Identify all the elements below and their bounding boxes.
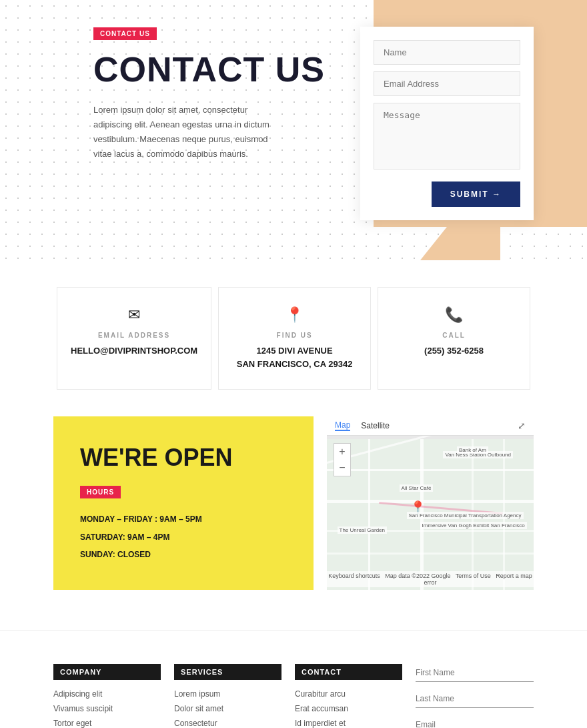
contact-form-container: SUBMIT → bbox=[360, 27, 534, 220]
footer-company-col: COMPANY Adipiscing elit Vivamus suscipit… bbox=[53, 664, 161, 728]
phone-card: 📞 CALL (255) 352-6258 bbox=[378, 287, 530, 390]
map-expand-icon[interactable]: ⤢ bbox=[518, 420, 526, 431]
footer-link[interactable]: Adipiscing elit bbox=[53, 689, 161, 699]
hours-item-saturday: SATURDAY: 9AM – 4PM bbox=[80, 528, 287, 546]
hours-card: WE'RE OPEN HOURS MONDAY – FRIDAY : 9AM –… bbox=[53, 416, 314, 590]
subscribe-lastname[interactable] bbox=[416, 690, 534, 708]
contact-form: SUBMIT → bbox=[360, 27, 534, 220]
map-inner: Map Satellite ⤢ 📍 Van Ness bbox=[327, 416, 534, 590]
hours-item-weekday: MONDAY – FRIDAY : 9AM – 5PM bbox=[80, 510, 287, 528]
footer-link[interactable]: Dolor sit amet bbox=[174, 704, 281, 713]
hours-map-section: WE'RE OPEN HOURS MONDAY – FRIDAY : 9AM –… bbox=[0, 416, 587, 630]
footer-link[interactable]: Curabitur arcu bbox=[295, 689, 402, 699]
footer-link[interactable]: Erat accumsan bbox=[295, 704, 402, 713]
phone-label: CALL bbox=[392, 332, 516, 339]
address-label: FIND US bbox=[232, 332, 357, 339]
submit-button[interactable]: SUBMIT → bbox=[432, 181, 520, 207]
zoom-in-button[interactable]: + bbox=[334, 444, 350, 460]
location-icon: 📍 bbox=[232, 306, 357, 324]
hours-list: MONDAY – FRIDAY : 9AM – 5PM SATURDAY: 9A… bbox=[80, 510, 287, 563]
hero-section: CONTACT US CONTACT US Lorem ipsum dolor … bbox=[0, 0, 587, 260]
hero-title: CONTACT US bbox=[93, 49, 334, 89]
footer-services-col: SERVICES Lorem ipsum Dolor sit amet Cons… bbox=[174, 664, 281, 728]
email-input[interactable] bbox=[374, 71, 520, 96]
footer-link[interactable]: Tortor eget bbox=[53, 719, 161, 728]
map-toolbar: Map Satellite ⤢ bbox=[327, 416, 534, 436]
subscribe-email[interactable] bbox=[416, 716, 534, 728]
map-credit: Keyboard shortcuts Map data ©2022 Google… bbox=[327, 571, 534, 587]
message-input[interactable] bbox=[374, 103, 520, 169]
map-tab-satellite[interactable]: Satellite bbox=[361, 421, 390, 430]
name-input[interactable] bbox=[374, 40, 520, 65]
hero-left: CONTACT US CONTACT US Lorem ipsum dolor … bbox=[93, 27, 360, 220]
hours-title: WE'RE OPEN bbox=[80, 443, 287, 472]
address-value: 1245 DIVI AVENUESAN FRANCISCO, CA 29342 bbox=[232, 344, 357, 370]
map-container[interactable]: Map Satellite ⤢ 📍 Van Ness bbox=[327, 416, 534, 590]
phone-icon: 📞 bbox=[392, 306, 516, 324]
contact-header: CONTACT bbox=[295, 664, 402, 680]
zoom-out-button[interactable]: − bbox=[334, 460, 350, 476]
footer-grid: COMPANY Adipiscing elit Vivamus suscipit… bbox=[53, 664, 534, 728]
phone-value: (255) 352-6258 bbox=[392, 344, 516, 358]
email-icon: ✉ bbox=[71, 306, 197, 324]
map-tab-map[interactable]: Map bbox=[335, 420, 350, 431]
footer-subscribe-col: SUBSCRIBE bbox=[416, 664, 534, 728]
map-zoom-controls: + − bbox=[334, 443, 351, 476]
map-roads: 📍 Van Ness Station Outbound Bank of Am S… bbox=[327, 439, 534, 590]
contact-info-section: ✉ EMAIL ADDRESS HELLO@DIVIPRINTSHOP.COM … bbox=[0, 260, 587, 416]
address-card: 📍 FIND US 1245 DIVI AVENUESAN FRANCISCO,… bbox=[218, 287, 371, 390]
hours-badge: HOURS bbox=[80, 486, 121, 498]
email-label: EMAIL ADDRESS bbox=[71, 332, 197, 339]
footer-link[interactable]: Consectetur bbox=[174, 719, 281, 728]
footer-section: COMPANY Adipiscing elit Vivamus suscipit… bbox=[0, 630, 587, 728]
footer-contact-col: CONTACT Curabitur arcu Erat accumsan Id … bbox=[295, 664, 402, 728]
email-value: HELLO@DIVIPRINTSHOP.COM bbox=[71, 344, 197, 358]
services-header: SERVICES bbox=[174, 664, 281, 680]
footer-link[interactable]: Vivamus suscipit bbox=[53, 704, 161, 713]
hero-description: Lorem ipsum dolor sit amet, consectetur … bbox=[93, 103, 280, 161]
contact-us-badge: CONTACT US bbox=[93, 27, 157, 40]
hours-item-sunday: SUNDAY: CLOSED bbox=[80, 546, 287, 563]
footer-link[interactable]: Id imperdiet et bbox=[295, 719, 402, 728]
email-card: ✉ EMAIL ADDRESS HELLO@DIVIPRINTSHOP.COM bbox=[57, 287, 211, 390]
company-header: COMPANY bbox=[53, 664, 161, 680]
footer-link[interactable]: Lorem ipsum bbox=[174, 689, 281, 699]
subscribe-firstname[interactable] bbox=[416, 664, 534, 682]
